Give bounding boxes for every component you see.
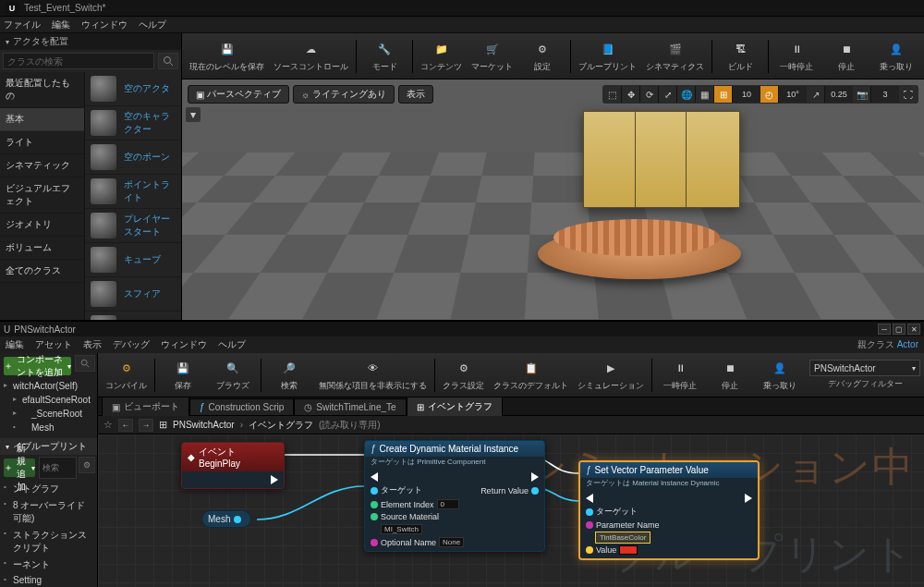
category-basic[interactable]: 基本 (0, 108, 84, 131)
save-level-button[interactable]: 💾現在のレベルを保存 (186, 35, 268, 78)
category-lights[interactable]: ライト (0, 131, 84, 154)
lighting-pill[interactable]: ☼ライティングあり (293, 85, 395, 104)
blueprint-settings-button[interactable]: ⚙ (79, 457, 95, 473)
viewport-menu-toggle[interactable]: ▾ (186, 107, 201, 122)
pause-button[interactable]: ⏸一時停止 (772, 35, 821, 78)
bp-menu-asset[interactable]: アセット (35, 338, 72, 351)
bp-save-button[interactable]: 💾保存 (159, 354, 207, 397)
return-out-pin[interactable] (531, 487, 539, 495)
asset-cylinder[interactable]: シリンダー (85, 312, 181, 320)
var-section-setting[interactable]: Setting (0, 573, 97, 587)
nav-back-button[interactable]: ← (118, 419, 133, 432)
transform-rotate-button[interactable]: ⟳ (640, 86, 659, 103)
asset-sphere[interactable]: スフィア (85, 277, 181, 312)
transform-scale-button[interactable]: ⤢ (659, 86, 677, 103)
asset-empty-pawn[interactable]: 空のポーン (85, 141, 181, 175)
scale-snap-toggle[interactable]: ↗ (807, 86, 825, 103)
tab-timeline[interactable]: ◷SwitchTimeLine_Te (294, 398, 406, 415)
cinematics-button[interactable]: 🎬シネマティクス (642, 35, 708, 78)
breadcrumb-graph[interactable]: イベントグラフ (249, 419, 313, 432)
bp-menu-edit[interactable]: 編集 (6, 338, 24, 351)
menu-help[interactable]: ヘルプ (139, 18, 166, 31)
class-settings-button[interactable]: ⚙クラス設定 (439, 354, 488, 397)
asset-cube[interactable]: キューブ (85, 243, 181, 277)
camera-speed-icon[interactable]: 📷 (853, 86, 871, 103)
nav-forward-button[interactable]: → (139, 419, 153, 432)
breadcrumb-actor[interactable]: PNSwitchActor (173, 420, 235, 430)
category-all[interactable]: 全てのクラス (0, 260, 84, 283)
bp-menu-window[interactable]: ウィンドウ (161, 338, 207, 351)
menu-window[interactable]: ウィンドウ (81, 18, 128, 31)
class-search-input[interactable] (3, 53, 154, 69)
add-new-button[interactable]: ＋ 新規追加▾ (4, 459, 35, 477)
grid-snap-toggle[interactable]: ⊞ (714, 86, 733, 103)
find-button[interactable]: 🔎検索 (265, 354, 313, 397)
tab-event-graph[interactable]: ⊞イベントグラフ (407, 397, 503, 416)
blueprints-button[interactable]: 📘ブループリント (575, 35, 640, 78)
marketplace-button[interactable]: 🛒マーケット (468, 35, 517, 78)
simulation-button[interactable]: ▶シミュレーション (574, 354, 648, 397)
int-in-pin[interactable] (371, 501, 378, 508)
asset-empty-character[interactable]: 空のキャラクター (85, 106, 181, 141)
camera-speed-value[interactable] (871, 86, 899, 103)
viewport-maximize-button[interactable]: ⛶ (899, 86, 918, 103)
category-vfx[interactable]: ビジュアルエフェクト (0, 177, 84, 214)
debug-target-combo[interactable]: PNSwitchActor▾ (809, 360, 920, 376)
bp-menu-view[interactable]: 表示 (83, 338, 102, 351)
bp-menu-help[interactable]: ヘルプ (218, 338, 246, 351)
maximize-button[interactable]: ▢ (893, 324, 906, 335)
category-volumes[interactable]: ボリューム (0, 237, 84, 260)
transform-translate-button[interactable]: ✥ (622, 86, 640, 103)
source-control-button[interactable]: ☁ソースコントロール (270, 35, 352, 78)
bp-menu-debug[interactable]: デバッグ (113, 338, 150, 351)
search-button[interactable] (158, 53, 178, 69)
asset-empty-actor[interactable]: 空のアクタ (85, 72, 181, 106)
component-self[interactable]: witchActor(Self) (0, 379, 97, 393)
component-search-button[interactable] (75, 355, 95, 372)
exec-out-pin[interactable] (271, 475, 278, 484)
stop-button[interactable]: ⏹停止 (822, 35, 870, 78)
color-in-pin[interactable] (586, 546, 593, 554)
exec-in-pin[interactable] (371, 472, 378, 482)
construction-script[interactable]: ストラクションスクリプト (0, 527, 97, 556)
exec-out-pin[interactable] (745, 494, 752, 503)
grid-snap-value[interactable] (733, 86, 760, 103)
name-in-pin[interactable] (586, 521, 593, 529)
tab-viewport[interactable]: ▣ビューポート (102, 397, 189, 416)
component-default-scene-root[interactable]: efaultSceneRoot (0, 393, 97, 407)
bp-pause-button[interactable]: ⏸一時停止 (656, 354, 704, 397)
show-pill[interactable]: 表示 (398, 85, 433, 104)
node-mesh-variable[interactable]: Mesh (201, 510, 251, 528)
class-defaults-button[interactable]: 📋クラスのデフォルト (490, 354, 572, 397)
exec-out-pin[interactable] (531, 472, 539, 482)
angle-snap-value[interactable] (779, 86, 807, 103)
transform-select-button[interactable]: ⬚ (603, 86, 622, 103)
name-in-pin[interactable] (371, 539, 378, 546)
content-button[interactable]: 📁コンテンツ (417, 35, 466, 78)
node-set-vector-param[interactable]: ƒSet Vector Parameter Value ターゲットは Mater… (578, 460, 760, 560)
close-button[interactable]: ✕ (907, 324, 920, 335)
bp-stop-button[interactable]: ⏹停止 (706, 354, 754, 397)
node-begin-play[interactable]: ◆イベント BeginPlay (181, 442, 285, 489)
target-in-pin[interactable] (586, 508, 593, 516)
asset-player-start[interactable]: プレイヤースタート (85, 209, 181, 243)
menu-file[interactable]: ファイル (4, 18, 41, 31)
menu-edit[interactable]: 編集 (52, 18, 70, 31)
browse-button[interactable]: 🔍ブラウズ (209, 354, 257, 397)
param-name-highlight[interactable]: TintBaseColor (596, 532, 650, 543)
material-in-pin[interactable] (371, 513, 378, 520)
perspective-pill[interactable]: ▣パースペクティブ (188, 85, 289, 104)
possess-button[interactable]: 👤乗っ取り (872, 35, 920, 78)
asset-point-light[interactable]: ポイントライト (85, 175, 181, 209)
hide-unrelated-button[interactable]: 👁無関係な項目を非表示にする (315, 354, 431, 397)
graph-event[interactable]: ントグラフ (0, 481, 97, 497)
modes-button[interactable]: 🔧モード (360, 35, 408, 78)
parent-class-link[interactable]: Actor (897, 339, 918, 349)
blueprint-search-input[interactable] (39, 457, 78, 479)
compile-button[interactable]: ⚙コンパイル (102, 354, 151, 397)
category-geometry[interactable]: ジオメトリ (0, 214, 84, 237)
target-in-pin[interactable] (371, 487, 378, 495)
my-blueprint-header[interactable]: ▾イブループリント (0, 438, 97, 455)
favorite-toggle[interactable]: ☆ (103, 419, 113, 431)
category-cinematic[interactable]: シネマティック (0, 154, 84, 177)
